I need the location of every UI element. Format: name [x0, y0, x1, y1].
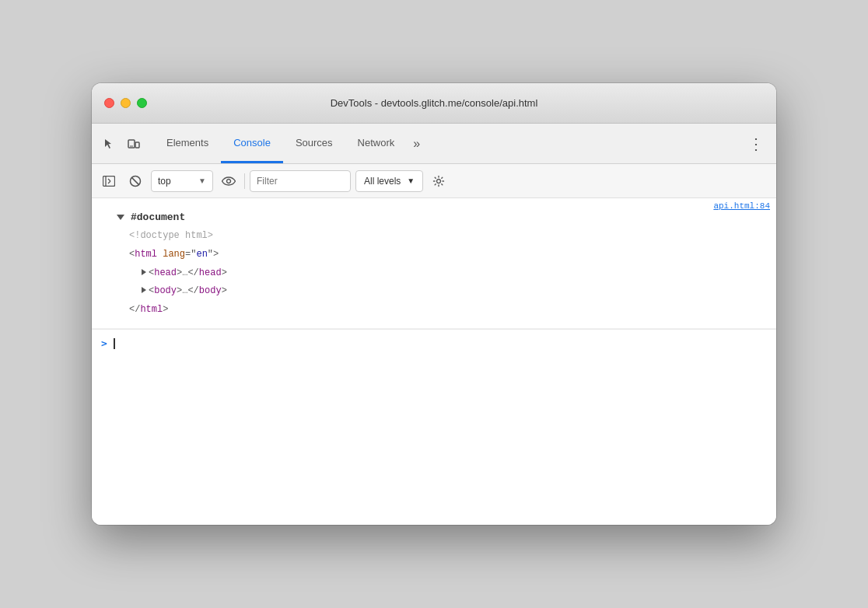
dom-tree: #document <!doctype html> <html lang="en… — [104, 201, 701, 325]
tab-network[interactable]: Network — [345, 124, 408, 163]
expand-body-triangle-icon[interactable] — [142, 287, 146, 293]
console-prompt: > — [101, 337, 107, 349]
clear-console-button[interactable] — [124, 170, 146, 192]
source-link[interactable]: api.html:84 — [713, 201, 770, 211]
svg-rect-3 — [103, 176, 115, 186]
tab-icon-group — [98, 124, 154, 163]
filter-input[interactable] — [250, 170, 351, 192]
doctype-line: <!doctype html> — [104, 227, 701, 246]
gear-icon — [432, 175, 445, 187]
chevron-down-icon: ▼ — [198, 176, 206, 185]
head-line[interactable]: <head>…</head> — [104, 264, 701, 283]
html-close-line: </html> — [104, 301, 701, 320]
ban-icon — [129, 175, 142, 187]
log-levels-button[interactable]: All levels ▼ — [355, 170, 423, 192]
inspect-element-button[interactable] — [98, 133, 120, 155]
context-selector[interactable]: top ▼ — [151, 170, 213, 192]
sidebar-toggle-button[interactable] — [98, 170, 120, 192]
window-title: DevTools - devtools.glitch.me/console/ap… — [331, 97, 538, 109]
console-entry-document: #document <!doctype html> <html lang="en… — [92, 198, 776, 329]
devtools-window: DevTools - devtools.glitch.me/console/ap… — [92, 83, 776, 525]
toolbar-divider — [244, 173, 245, 189]
titlebar: DevTools - devtools.glitch.me/console/ap… — [92, 83, 776, 124]
tabs-bar: Elements Console Sources Network » ⋮ — [92, 124, 776, 164]
minimize-button[interactable] — [121, 98, 131, 108]
device-toolbar-button[interactable] — [123, 133, 145, 155]
main-tabs: Elements Console Sources Network » — [154, 124, 742, 163]
console-settings-button[interactable] — [428, 170, 450, 192]
collapse-triangle-icon[interactable] — [117, 215, 124, 220]
svg-line-6 — [108, 181, 110, 183]
svg-line-8 — [131, 177, 138, 184]
html-open-line[interactable]: <html lang="en"> — [104, 246, 701, 264]
console-output: #document <!doctype html> <html lang="en… — [92, 198, 776, 525]
console-empty-space — [92, 357, 776, 473]
console-cursor — [114, 338, 115, 349]
tabs-overflow-button[interactable]: » — [407, 124, 426, 163]
live-expressions-button[interactable] — [218, 170, 240, 192]
eye-icon — [222, 176, 236, 186]
console-input-area: > — [92, 329, 776, 357]
close-button[interactable] — [104, 98, 114, 108]
maximize-button[interactable] — [137, 98, 147, 108]
svg-rect-1 — [135, 142, 139, 148]
devtools-menu-button[interactable]: ⋮ — [742, 124, 770, 163]
levels-chevron-icon: ▼ — [407, 176, 415, 185]
svg-point-10 — [437, 179, 441, 183]
sidebar-icon — [103, 176, 115, 187]
tab-console[interactable]: Console — [221, 124, 283, 163]
console-toolbar: top ▼ All levels ▼ — [92, 164, 776, 198]
expand-triangle-icon[interactable] — [142, 269, 146, 275]
document-line[interactable]: #document — [104, 208, 701, 227]
cursor-icon — [103, 138, 115, 150]
tab-elements[interactable]: Elements — [154, 124, 221, 163]
tab-sources[interactable]: Sources — [283, 124, 345, 163]
body-line[interactable]: <body>…</body> — [104, 282, 701, 301]
svg-point-9 — [227, 179, 231, 183]
device-icon — [128, 138, 140, 150]
traffic-lights — [104, 98, 147, 108]
